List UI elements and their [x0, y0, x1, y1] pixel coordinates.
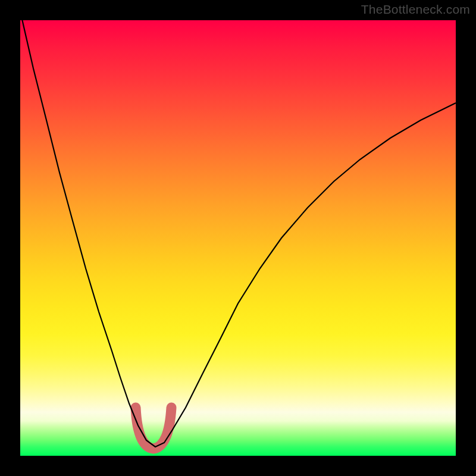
watermark-text: TheBottleneck.com	[361, 2, 470, 17]
trough-marker	[136, 408, 171, 449]
bottleneck-curve	[20, 20, 456, 447]
plot-area	[20, 20, 456, 456]
chart-svg	[20, 20, 456, 456]
chart-frame: TheBottleneck.com	[0, 0, 476, 476]
